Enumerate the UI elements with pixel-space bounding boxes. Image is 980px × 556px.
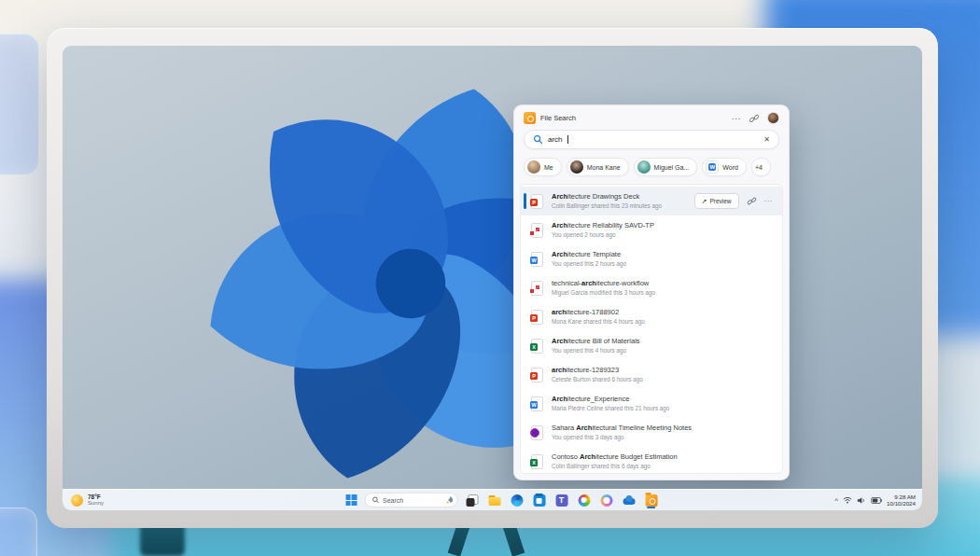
search-placeholder: Search	[383, 497, 441, 504]
chip-avatar	[527, 160, 540, 174]
text-caret	[567, 135, 568, 144]
sunny-weather-icon	[71, 494, 83, 507]
file-type-icon	[531, 223, 543, 238]
file-type-icon	[531, 396, 543, 411]
wifi-icon[interactable]	[843, 496, 852, 504]
result-meta: Maria Piedre Celine shared this 21 hours…	[552, 404, 669, 413]
system-tray: ^ 9:28	[834, 490, 916, 510]
file-search-app-icon	[524, 112, 536, 124]
result-meta: Mona Kane shared this 4 hours ago	[552, 317, 645, 327]
result-title: Architecture Template	[552, 250, 626, 259]
result-title: Sahara Architectural Timeline Meeting No…	[552, 424, 692, 433]
active-app-indicator	[647, 507, 655, 508]
link-icon[interactable]	[749, 113, 760, 124]
photos-icon[interactable]	[577, 493, 591, 508]
weather-temp: 78°F	[88, 493, 104, 500]
chip-label: +4	[755, 164, 763, 171]
glass-tile	[0, 34, 39, 175]
result-title: Architecture Reliability SAVD-TP	[552, 221, 654, 230]
chip-label: Mona Kane	[587, 164, 621, 171]
selection-accent-bar	[524, 193, 526, 209]
search-query-text: arch	[548, 135, 563, 144]
result-meta: Celeste Burton shared 6 hours ago	[552, 375, 643, 384]
more-options-icon[interactable]: ···	[732, 116, 742, 121]
battery-icon[interactable]	[871, 497, 882, 504]
search-result-row[interactable]: Architecture_Experience Maria Piedre Cel…	[521, 389, 782, 418]
user-avatar[interactable]	[767, 112, 779, 124]
hidden-icons-chevron[interactable]: ^	[834, 498, 838, 504]
scene: File Search ···	[0, 0, 980, 556]
clock[interactable]: 9:28 AM 10/10/2024	[887, 493, 916, 507]
file-type-icon	[531, 425, 543, 440]
microsoft-store-icon[interactable]	[532, 493, 546, 508]
filter-chip[interactable]: Word	[702, 158, 747, 176]
desktop: File Search ···	[63, 46, 922, 510]
open-diagonal-icon: ↗	[702, 199, 707, 204]
file-search-window: File Search ···	[513, 104, 790, 480]
preview-button[interactable]: ↗Preview	[694, 193, 739, 209]
result-meta: You opened this 3 days ago	[552, 433, 692, 442]
result-meta: Miguel Garcia modified this 3 hours ago	[552, 288, 655, 298]
filter-chips: Me Mona Kane Miguel Ga...	[524, 158, 779, 176]
chip-label: Me	[544, 164, 553, 171]
result-title: Architecture Drawings Deck	[552, 192, 662, 202]
result-title: architecture-1289323	[552, 366, 643, 375]
filter-chip[interactable]: Miguel Ga...	[634, 158, 698, 176]
date-label: 10/10/2024	[887, 500, 916, 507]
search-result-row[interactable]: architecture-1788902 Mona Kane shared th…	[521, 302, 782, 331]
search-result-row[interactable]: Architecture Bill of Materials You opene…	[521, 331, 782, 360]
chip-label: Word	[722, 164, 738, 171]
glass-tile	[0, 507, 37, 556]
weather-widget[interactable]: 78°F Sunny	[71, 490, 104, 510]
teams-icon[interactable]: T	[554, 493, 568, 508]
time-label: 9:28 AM	[887, 493, 916, 500]
search-results-list: Architecture Drawings Deck Colin Balling…	[520, 184, 783, 474]
edge-icon[interactable]	[510, 493, 524, 508]
file-type-icon	[531, 281, 543, 296]
search-result-row[interactable]: Architecture Template You opened this 2 …	[521, 244, 782, 273]
window-title: File Search	[540, 114, 576, 122]
chip-avatar	[570, 160, 583, 174]
filter-chip[interactable]: Me	[524, 158, 562, 176]
search-icon	[371, 496, 379, 504]
start-button[interactable]	[345, 494, 357, 506]
search-result-row[interactable]: Contoso Architecture Budget Estimation C…	[521, 447, 782, 474]
file-type-icon	[531, 252, 543, 267]
search-result-row[interactable]: Architecture Drawings Deck Colin Balling…	[521, 187, 782, 215]
file-type-icon	[531, 339, 543, 354]
result-meta: You opened 2 hours ago	[552, 230, 654, 240]
file-type-icon	[531, 368, 543, 382]
file-type-icon	[531, 454, 543, 469]
taskbar-search-box[interactable]: Search	[364, 493, 457, 507]
file-explorer-icon[interactable]	[487, 493, 501, 508]
speaker-icon[interactable]	[857, 496, 866, 505]
copilot-icon[interactable]	[599, 493, 613, 508]
file-type-icon	[531, 194, 543, 209]
search-result-row[interactable]: Architecture Reliability SAVD-TP You ope…	[521, 215, 782, 244]
monitor: File Search ···	[47, 28, 938, 528]
filter-chip[interactable]: Mona Kane	[567, 158, 629, 176]
search-result-row[interactable]: Sahara Architectural Timeline Meeting No…	[521, 418, 782, 447]
taskbar: 78°F Sunny Search	[63, 489, 922, 510]
chip-avatar	[637, 160, 651, 174]
search-icon	[533, 134, 543, 145]
search-result-row[interactable]: technical-architecture-workflow Miguel G…	[521, 273, 782, 302]
result-title: technical-architecture-workflow	[552, 279, 655, 288]
onedrive-icon[interactable]	[622, 493, 636, 508]
taskbar-apps: T	[465, 493, 658, 508]
result-title: Architecture Bill of Materials	[552, 337, 640, 346]
copy-link-icon[interactable]	[747, 196, 757, 206]
result-meta: You opened this 2 hours ago	[552, 259, 626, 269]
result-title: architecture-1788902	[552, 308, 645, 317]
task-view-icon[interactable]	[465, 493, 479, 508]
result-meta: Colin Ballinger shared this 23 minutes a…	[552, 202, 662, 211]
clear-search-icon[interactable]: ✕	[763, 135, 770, 144]
file-search-app-icon[interactable]	[644, 493, 658, 508]
filter-chip[interactable]: +4	[751, 158, 771, 176]
search-result-row[interactable]: architecture-1289323 Celeste Burton shar…	[521, 360, 782, 389]
result-title: Architecture_Experience	[552, 395, 669, 404]
row-more-options-icon[interactable]: ···	[764, 199, 774, 203]
result-title: Contoso Architecture Budget Estimation	[552, 452, 678, 462]
search-input[interactable]: arch ✕	[524, 130, 779, 149]
search-highlight-rocket-icon	[444, 495, 454, 505]
